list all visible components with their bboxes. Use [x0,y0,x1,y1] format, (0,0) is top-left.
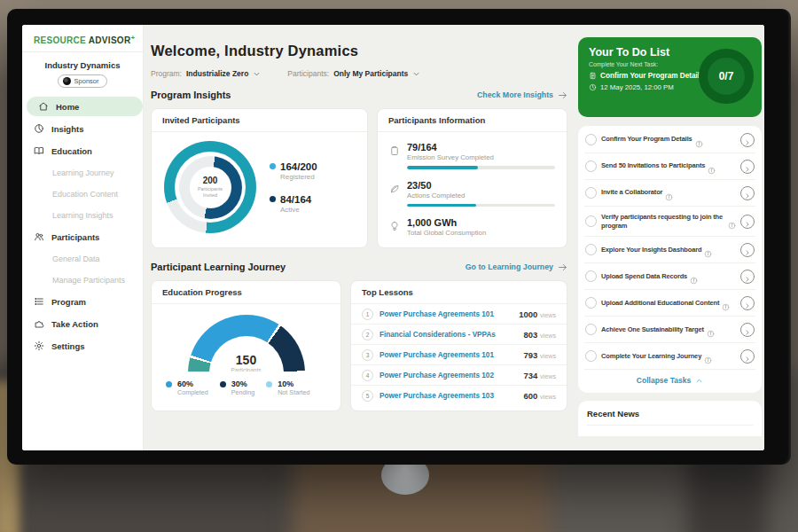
logo-plus: + [130,34,135,42]
sidebar-item[interactable]: General Data [22,249,143,268]
todo-checkbox[interactable] [585,134,597,145]
info-icon[interactable] [728,217,736,225]
todo-item[interactable]: Achieve One Sustainability Target [584,317,755,343]
todo-item[interactable]: Upload Spend Data Records [584,263,755,290]
todo-open-button[interactable] [740,186,755,200]
todo-open-button[interactable] [740,270,755,284]
sidebar-item[interactable]: Learning Journey [22,163,143,182]
app-logo: RESOURCE ADVISOR+ [22,25,143,52]
lesson-link[interactable]: Financial Considerations - VPPAs [379,331,518,339]
info-icon[interactable] [690,272,698,280]
sidebar-item[interactable]: Insights [22,119,143,138]
sidebar-item[interactable]: Program [22,292,143,311]
clock-icon [589,83,597,91]
collapse-tasks-link[interactable]: Collapse Tasks [584,370,755,392]
invited-participants-card: Invited Participants 200 Participants In… [151,108,368,248]
info-row: 23/50 Actions Completed [389,180,555,207]
sidebar-item[interactable]: Home [27,97,143,116]
info-icon[interactable] [722,299,730,307]
todo-open-button[interactable] [740,323,755,337]
todo-item[interactable]: Complete Your Learning Journey [584,343,755,370]
clipboard-icon [389,144,400,154]
todo-open-button[interactable] [740,160,755,174]
legend-label: Pending [231,388,254,396]
lesson-rank: 3 [362,349,373,361]
invited-legend: 164/200 Registered 84/164 Active [270,161,317,214]
todo-item-label: Explore Your Insights Dashboard [601,246,701,254]
info-value: 79/164 [407,142,555,153]
todo-open-button[interactable] [740,349,755,364]
lesson-link[interactable]: Power Purchase Agreements 101 [379,351,518,359]
sidebar-item[interactable]: Take Action [22,314,143,333]
todo-item[interactable]: Send 50 Invitations to Participants [584,153,755,180]
sidebar-item[interactable]: Settings [22,336,143,356]
todo-checkbox[interactable] [585,324,597,335]
sidebar-item[interactable]: Education [22,141,143,160]
todo-item[interactable]: Upload Additional Educational Content [584,290,755,317]
legend-percent: 30% [231,379,254,388]
recent-news-title: Recent News [587,409,753,426]
todo-next-task: Confirm Your Program Details [589,72,708,80]
info-icon[interactable] [704,246,712,254]
dashboard-screen: RESOURCE ADVISOR+ Industry Dynamics Spon… [22,25,764,450]
todo-open-button[interactable] [740,243,755,257]
go-to-learning-journey-link[interactable]: Go to Learning Journey [466,262,567,272]
sidebar-item-label: Manage Participants [52,276,125,285]
todo-checkbox[interactable] [585,160,597,172]
progress-fill [407,166,478,169]
legend-entry: 84/164 Active [270,194,317,214]
learning-journey-title: Participant Learning Journey [151,262,286,272]
todo-checkbox[interactable] [585,270,597,282]
todo-open-button[interactable] [740,215,755,229]
todo-item[interactable]: Verify participants requesting to join t… [584,207,755,237]
legend-dot [266,381,272,387]
task-icon [589,72,597,80]
chevron-right-icon [744,187,751,203]
info-icon[interactable] [695,136,703,144]
participants-filter[interactable]: Participants: Only My Participants [287,69,420,78]
info-icon[interactable] [704,352,712,360]
todo-checkbox[interactable] [585,297,597,309]
sidebar-item[interactable]: Manage Participants [22,270,143,289]
monitor-bezel: RESOURCE ADVISOR+ Industry Dynamics Spon… [7,9,791,465]
check-more-insights-link[interactable]: Check More Insights [477,90,567,100]
sidebar-item[interactable]: Participants [22,227,143,246]
todo-checkbox[interactable] [585,215,597,227]
sidebar-item[interactable]: Learning Insights [22,206,143,224]
chevron-down-icon[interactable] [253,70,261,78]
org-name: Industry Dynamics [22,60,143,70]
info-icon[interactable] [707,325,715,333]
gauge-label: Participants [188,367,305,372]
progress-fill [407,204,476,207]
legend-value: 164/200 [280,161,317,172]
invited-card-title: Invited Participants [152,109,367,132]
sidebar-item-label: General Data [52,254,100,263]
chevron-right-icon [744,324,751,340]
info-icon[interactable] [665,189,673,197]
lesson-row: 4 Power Purchase Agreements 102 734 view… [351,365,567,386]
progress-bar [407,204,555,207]
info-icon[interactable] [708,162,716,170]
todo-item[interactable]: Confirm Your Program Details [584,127,755,153]
logo-resource: RESOURCE [34,35,86,45]
chevron-down-icon[interactable] [412,70,420,78]
sidebar-item-label: Insights [51,124,83,134]
sidebar-item[interactable]: Education Content [22,184,143,203]
todo-item[interactable]: Explore Your Insights Dashboard [584,237,755,263]
info-label: Total Global Consumption [407,229,555,237]
program-filter[interactable]: Program: Industrialize Zero [151,69,261,78]
lesson-link[interactable]: Power Purchase Agreements 102 [379,372,518,379]
todo-checkbox[interactable] [585,187,597,199]
todo-checkbox[interactable] [585,244,597,255]
todo-open-button[interactable] [740,133,755,147]
gauge-value: 150 [188,354,305,366]
lesson-link[interactable]: Power Purchase Agreements 103 [379,392,518,400]
legend-label: Completed [177,388,208,396]
legend-percent: 10% [278,379,309,388]
todo-item[interactable]: Invite a Collaborator [584,180,755,207]
todo-open-button[interactable] [740,296,755,310]
todo-checkbox[interactable] [585,350,597,362]
lesson-link[interactable]: Power Purchase Agreements 101 [379,310,512,318]
lesson-rank: 1 [362,309,373,320]
info-row: 79/164 Emission Survey Completed [389,142,555,169]
